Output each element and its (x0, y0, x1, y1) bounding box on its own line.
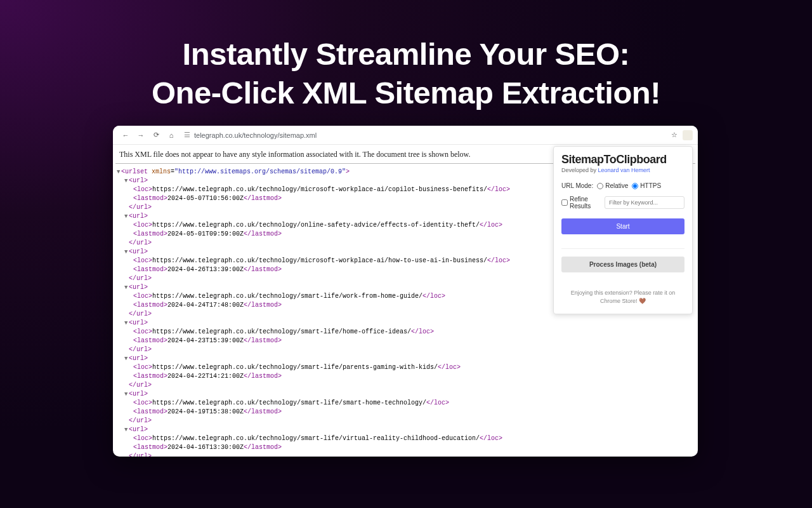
url-mode-row: URL Mode: Relative HTTPS (561, 182, 684, 189)
filter-input[interactable] (605, 196, 684, 209)
start-button[interactable]: Start (561, 218, 684, 234)
divider (561, 248, 684, 249)
hero-line-1: Instantly Streamline Your SEO: (0, 35, 812, 74)
developer-link[interactable]: Leonard van Hemert (598, 167, 650, 173)
extension-panel: SitemapToClipboard Developed by Leonard … (553, 146, 693, 314)
bookmark-icon[interactable]: ☆ (671, 131, 678, 139)
radio-relative[interactable]: Relative (597, 182, 628, 189)
reload-icon[interactable]: ⟳ (150, 129, 162, 142)
panel-title: SitemapToClipboard (561, 153, 684, 166)
site-settings-icon: ☰ (184, 131, 190, 139)
refine-checkbox[interactable]: Refine Results (561, 196, 601, 210)
url-mode-label: URL Mode: (561, 182, 593, 189)
panel-footer: Enjoying this extension? Please rate it … (561, 289, 684, 305)
hero-line-2: One-Click XML Sitemap Extraction! (0, 74, 812, 112)
refine-row: Refine Results (561, 196, 684, 210)
extension-icon[interactable] (683, 130, 693, 140)
browser-toolbar: ← → ⟳ ⌂ ☰ telegraph.co.uk/technology/sit… (113, 126, 698, 145)
home-icon[interactable]: ⌂ (165, 129, 178, 142)
process-images-button[interactable]: Process Images (beta) (561, 257, 684, 272)
hero-title: Instantly Streamline Your SEO: One-Click… (0, 0, 812, 113)
back-icon[interactable]: ← (119, 129, 132, 142)
browser-window: ← → ⟳ ⌂ ☰ telegraph.co.uk/technology/sit… (113, 126, 698, 457)
radio-https[interactable]: HTTPS (632, 182, 661, 189)
address-text: telegraph.co.uk/technology/sitemap.xml (194, 131, 317, 139)
panel-subtitle: Developed by Leonard van Hemert (561, 167, 684, 173)
address-bar[interactable]: ☰ telegraph.co.uk/technology/sitemap.xml (184, 131, 671, 139)
forward-icon[interactable]: → (134, 129, 147, 142)
